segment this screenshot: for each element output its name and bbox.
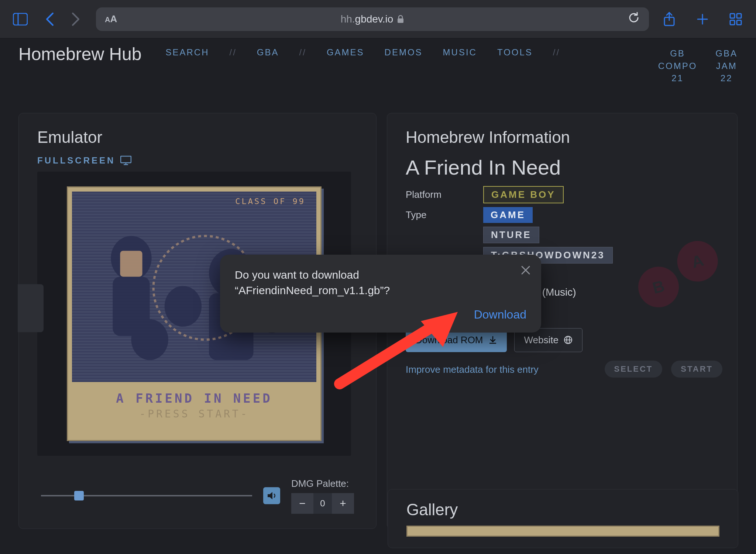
download-confirm-popover: Do you want to download“AFriendinNeed_ro…: [220, 255, 541, 333]
platform-badge[interactable]: GAME BOY: [483, 186, 564, 203]
reader-aa-icon[interactable]: AA: [105, 13, 117, 25]
svg-rect-7: [730, 14, 735, 18]
type-label: Type: [406, 209, 468, 221]
gallery-title: Gallery: [406, 500, 719, 519]
nav-demos[interactable]: DEMOS: [385, 47, 423, 58]
nav-search[interactable]: SEARCH: [165, 47, 209, 58]
palette-value: 0: [313, 493, 332, 514]
reload-icon[interactable]: [628, 11, 640, 27]
nav-sep: //: [299, 47, 306, 58]
nav-music[interactable]: MUSIC: [443, 47, 477, 58]
lock-icon: [397, 15, 404, 24]
fullscreen-button[interactable]: FULLSCREEN: [37, 155, 358, 166]
svg-point-20: [131, 319, 168, 360]
platform-label: Platform: [406, 189, 468, 200]
palette-label: DMG Palette:: [291, 478, 354, 489]
nav-sep: //: [553, 47, 560, 58]
game-title: A Friend In Need: [406, 155, 719, 179]
svg-rect-9: [730, 20, 735, 25]
gamepad-pills: SELECT START: [605, 361, 723, 378]
screen-press-start: -PRESS START-: [72, 408, 316, 420]
svg-rect-2: [398, 18, 403, 23]
site-nav: Homebrew Hub SEARCH // GBA // GAMES DEMO…: [0, 38, 756, 100]
forward-icon: [66, 10, 85, 28]
info-title: Homebrew Information: [406, 128, 719, 147]
gallery-panel: Gallery: [388, 489, 738, 548]
tabs-grid-icon[interactable]: [726, 10, 745, 28]
type-badge[interactable]: GAME: [483, 207, 533, 223]
site-brand[interactable]: Homebrew Hub: [18, 44, 141, 65]
gamepad-start[interactable]: START: [671, 361, 722, 378]
screen-title: A FRIEND IN NEED: [72, 391, 316, 406]
nav-links: SEARCH // GBA // GAMES DEMOS MUSIC TOOLS…: [165, 44, 560, 58]
svg-rect-22: [120, 251, 142, 276]
url-host: hh.gbdev.io: [341, 13, 405, 25]
download-icon: [488, 336, 497, 344]
palette-stepper: − 0 +: [291, 493, 354, 514]
gallery-thumb[interactable]: [406, 526, 719, 537]
popover-message: Do you want to download“AFriendinNeed_ro…: [235, 267, 478, 298]
svg-rect-0: [13, 13, 27, 25]
nav-sep: //: [230, 47, 237, 58]
nav-games[interactable]: GAMES: [327, 47, 364, 58]
emulator-title: Emulator: [37, 128, 358, 147]
popover-download-button[interactable]: Download: [235, 308, 526, 321]
nav-tools[interactable]: TOOLS: [497, 47, 533, 58]
gamepad-a[interactable]: A: [673, 236, 722, 286]
share-icon[interactable]: [660, 10, 678, 28]
svg-rect-11: [121, 156, 131, 163]
browser-chrome: AA hh.gbdev.io: [0, 0, 756, 38]
palette-decrement[interactable]: −: [291, 493, 313, 514]
gamepad-select[interactable]: SELECT: [605, 361, 663, 378]
nav-gba-jam[interactable]: GBAJAM22: [715, 47, 738, 85]
genre-tag[interactable]: NTURE: [483, 227, 539, 243]
palette-increment[interactable]: +: [332, 493, 354, 514]
back-icon[interactable]: [41, 10, 59, 28]
speaker-icon: [267, 491, 277, 501]
mute-button[interactable]: [263, 487, 280, 504]
svg-rect-10: [737, 20, 741, 25]
svg-marker-24: [268, 492, 272, 499]
url-bar[interactable]: AA hh.gbdev.io: [96, 7, 649, 31]
sidebar-toggle-icon[interactable]: [11, 10, 30, 28]
new-tab-icon[interactable]: [693, 10, 712, 28]
volume-slider[interactable]: [41, 495, 252, 496]
nav-gb-compo[interactable]: GBCOMPO21: [658, 47, 697, 85]
nav-links-right: GBCOMPO21 GBAJAM22: [658, 44, 738, 85]
svg-point-18: [165, 286, 202, 327]
emulator-side-tab[interactable]: [18, 284, 44, 332]
close-icon[interactable]: [520, 265, 531, 278]
monitor-icon: [120, 156, 131, 165]
globe-icon: [564, 336, 573, 344]
svg-rect-8: [737, 14, 741, 18]
nav-gba[interactable]: GBA: [257, 47, 279, 58]
